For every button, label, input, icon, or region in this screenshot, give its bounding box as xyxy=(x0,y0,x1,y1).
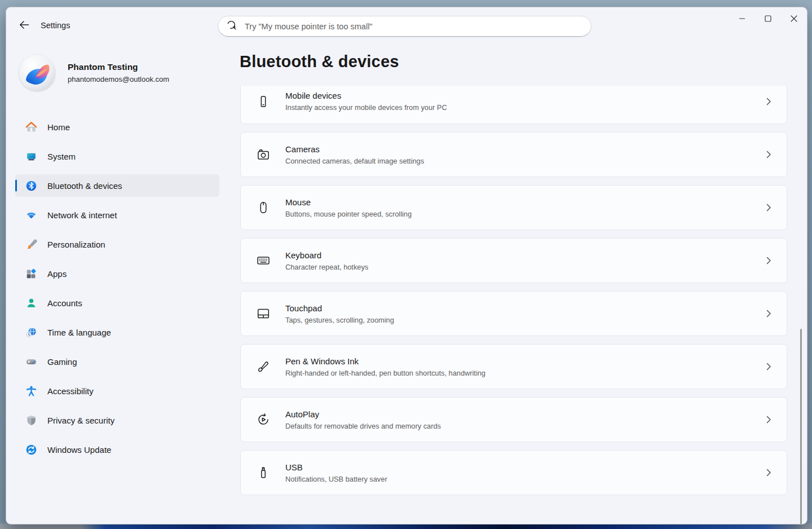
autoplay-icon xyxy=(256,412,271,427)
sidebar-item-label: Bluetooth & devices xyxy=(47,181,122,191)
close-button[interactable] xyxy=(781,7,807,31)
sidebar-item-personalization[interactable]: Personalization xyxy=(15,233,219,255)
bluetooth-icon xyxy=(25,180,37,192)
keyboard-icon xyxy=(256,253,271,268)
scrollbar-thumb[interactable] xyxy=(800,329,802,524)
sidebar-nav: Home System xyxy=(15,116,219,468)
sidebar-item-label: Accessibility xyxy=(47,386,94,396)
chevron-right-icon xyxy=(764,309,773,318)
card-title: Touchpad xyxy=(285,303,764,313)
card-title: Cameras xyxy=(285,144,764,154)
card-subtitle: Taps, gestures, scrolling, zooming xyxy=(285,316,764,324)
window-controls xyxy=(729,7,807,32)
card-subtitle: Connected cameras, default image setting… xyxy=(285,157,764,165)
chevron-right-icon xyxy=(764,415,773,424)
card-keyboard[interactable]: Keyboard Character repeat, hotkeys xyxy=(240,238,787,283)
user-account-block[interactable]: Phantom Testing phantomodemos@outlook.co… xyxy=(19,55,169,91)
sidebar-item-label: Time & language xyxy=(47,328,111,337)
minimize-button[interactable] xyxy=(729,7,755,31)
touchpad-icon xyxy=(256,306,271,321)
page-title: Bluetooth & devices xyxy=(240,52,399,71)
maximize-icon xyxy=(765,14,771,24)
settings-window: Settings xyxy=(6,7,807,524)
sidebar-item-label: System xyxy=(47,152,76,161)
chevron-right-icon xyxy=(764,468,773,477)
card-title: Keyboard xyxy=(285,250,764,260)
time-language-icon xyxy=(25,327,37,338)
accounts-icon xyxy=(25,297,37,309)
system-icon xyxy=(25,151,37,162)
main-content: Bluetooth & devices Mobile devices Insta… xyxy=(232,43,807,524)
accessibility-icon xyxy=(25,385,37,397)
settings-list: Mobile devices Instantly access your mob… xyxy=(240,86,787,524)
card-mobile-devices[interactable]: Mobile devices Instantly access your mob… xyxy=(240,86,787,124)
sidebar-item-accessibility[interactable]: Accessibility xyxy=(15,380,219,402)
chevron-right-icon xyxy=(764,150,773,159)
apps-icon xyxy=(25,268,37,280)
sidebar-item-windows-update[interactable]: Windows Update xyxy=(15,438,219,461)
card-usb[interactable]: USB Notifications, USB battery saver xyxy=(240,450,787,495)
search-box[interactable] xyxy=(218,16,592,37)
card-title: Pen & Windows Ink xyxy=(285,356,764,366)
user-email: phantomodemos@outlook.com xyxy=(68,75,169,83)
search-sparkle-icon xyxy=(226,20,245,34)
chevron-right-icon xyxy=(764,256,773,265)
card-subtitle: Right-handed or left-handed, pen button … xyxy=(285,369,764,377)
avatar xyxy=(19,55,55,91)
sidebar-item-accounts[interactable]: Accounts xyxy=(15,292,219,314)
user-name: Phantom Testing xyxy=(68,62,169,72)
titlebar: Settings xyxy=(6,7,807,43)
sidebar: Phantom Testing phantomodemos@outlook.co… xyxy=(6,43,232,524)
chevron-right-icon xyxy=(764,362,773,371)
close-icon xyxy=(791,14,797,24)
mouse-icon xyxy=(256,200,271,215)
card-subtitle: Defaults for removable drives and memory… xyxy=(285,422,764,430)
maximize-button[interactable] xyxy=(755,7,781,31)
network-icon xyxy=(25,209,37,221)
sidebar-item-time-language[interactable]: Time & language xyxy=(15,321,219,343)
personalization-icon xyxy=(25,239,37,250)
pen-icon xyxy=(256,359,271,374)
card-title: USB xyxy=(285,462,764,472)
back-button[interactable] xyxy=(14,17,34,34)
sidebar-item-label: Network & internet xyxy=(47,210,117,220)
sidebar-item-label: Privacy & security xyxy=(47,416,114,425)
windows-update-icon xyxy=(25,444,37,456)
home-icon xyxy=(25,121,37,133)
card-autoplay[interactable]: AutoPlay Defaults for removable drives a… xyxy=(240,397,787,442)
card-subtitle: Character repeat, hotkeys xyxy=(285,263,764,271)
card-title: AutoPlay xyxy=(285,409,764,419)
sidebar-item-apps[interactable]: Apps xyxy=(15,262,219,285)
card-touchpad[interactable]: Touchpad Taps, gestures, scrolling, zoom… xyxy=(240,291,787,336)
mobile-devices-icon xyxy=(256,94,271,109)
sidebar-item-bluetooth-devices[interactable]: Bluetooth & devices xyxy=(15,174,219,197)
gaming-icon xyxy=(25,356,37,368)
sidebar-item-label: Accounts xyxy=(47,298,82,308)
sidebar-item-system[interactable]: System xyxy=(15,145,219,167)
arrow-left-icon xyxy=(19,20,29,32)
camera-icon xyxy=(256,147,271,162)
sidebar-item-privacy-security[interactable]: Privacy & security xyxy=(15,409,219,431)
sidebar-item-label: Apps xyxy=(47,269,67,279)
privacy-security-icon xyxy=(25,415,37,426)
card-title: Mouse xyxy=(285,197,764,207)
chevron-right-icon xyxy=(764,203,773,212)
search-input[interactable] xyxy=(245,22,583,31)
card-cameras[interactable]: Cameras Connected cameras, default image… xyxy=(240,132,787,177)
sidebar-item-label: Personalization xyxy=(47,240,105,249)
sidebar-item-label: Windows Update xyxy=(47,445,111,455)
app-title: Settings xyxy=(41,21,70,30)
sidebar-item-label: Gaming xyxy=(47,357,77,367)
card-subtitle: Notifications, USB battery saver xyxy=(285,475,764,483)
card-pen-windows-ink[interactable]: Pen & Windows Ink Right-handed or left-h… xyxy=(240,344,787,389)
sidebar-item-label: Home xyxy=(47,122,70,132)
card-subtitle: Buttons, mouse pointer speed, scrolling xyxy=(285,210,764,218)
usb-icon xyxy=(256,465,271,480)
sidebar-item-network-internet[interactable]: Network & internet xyxy=(15,204,219,226)
card-title: Mobile devices xyxy=(285,91,764,100)
chevron-right-icon xyxy=(764,97,773,106)
card-subtitle: Instantly access your mobile devices fro… xyxy=(285,103,764,112)
card-mouse[interactable]: Mouse Buttons, mouse pointer speed, scro… xyxy=(240,185,787,230)
sidebar-item-gaming[interactable]: Gaming xyxy=(15,350,219,373)
sidebar-item-home[interactable]: Home xyxy=(15,116,219,138)
